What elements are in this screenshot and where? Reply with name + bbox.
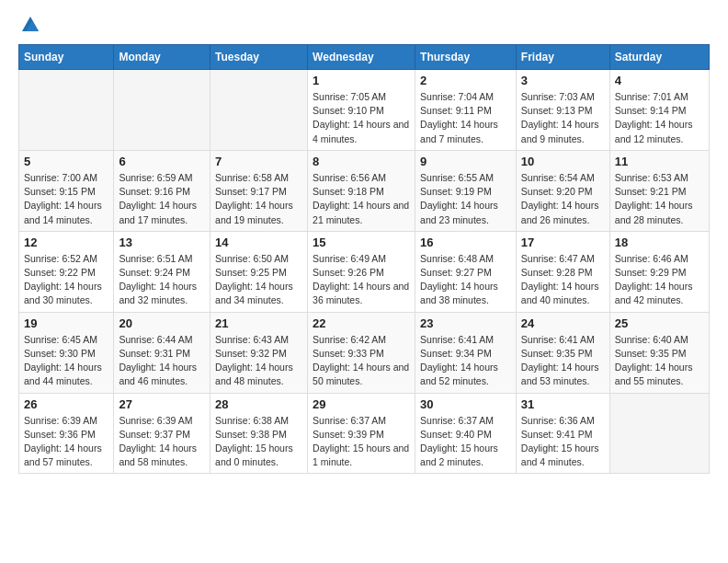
calendar-cell: 22Sunrise: 6:42 AMSunset: 9:33 PMDayligh… — [308, 312, 415, 393]
day-number: 5 — [24, 155, 108, 168]
day-info: Sunrise: 6:51 AMSunset: 9:24 PMDaylight:… — [119, 252, 205, 308]
calendar-cell: 29Sunrise: 6:37 AMSunset: 9:39 PMDayligh… — [308, 393, 415, 474]
day-number: 26 — [24, 397, 108, 411]
day-info: Sunrise: 6:41 AMSunset: 9:35 PMDaylight:… — [521, 333, 605, 389]
day-info: Sunrise: 6:48 AMSunset: 9:27 PMDaylight:… — [420, 252, 511, 308]
day-number: 17 — [521, 236, 605, 249]
day-number: 9 — [420, 155, 511, 168]
day-info: Sunrise: 6:42 AMSunset: 9:33 PMDaylight:… — [313, 333, 410, 389]
calendar-cell: 10Sunrise: 6:54 AMSunset: 9:20 PMDayligh… — [516, 150, 609, 231]
calendar-cell: 19Sunrise: 6:45 AMSunset: 9:30 PMDayligh… — [19, 312, 114, 393]
day-number: 30 — [420, 397, 511, 411]
day-number: 13 — [119, 236, 205, 249]
day-info: Sunrise: 6:52 AMSunset: 9:22 PMDaylight:… — [24, 252, 108, 308]
day-number: 4 — [615, 74, 704, 87]
calendar-cell: 1Sunrise: 7:05 AMSunset: 9:10 PMDaylight… — [308, 70, 415, 151]
day-number: 8 — [313, 155, 410, 168]
calendar-cell: 24Sunrise: 6:41 AMSunset: 9:35 PMDayligh… — [516, 312, 609, 393]
day-number: 19 — [24, 316, 108, 330]
col-header-friday: Friday — [516, 45, 609, 70]
calendar-table: SundayMondayTuesdayWednesdayThursdayFrid… — [18, 44, 710, 474]
calendar-cell — [114, 70, 210, 151]
day-info: Sunrise: 6:49 AMSunset: 9:26 PMDaylight:… — [313, 252, 410, 308]
day-info: Sunrise: 6:37 AMSunset: 9:40 PMDaylight:… — [420, 414, 511, 470]
day-info: Sunrise: 7:03 AMSunset: 9:13 PMDaylight:… — [521, 90, 605, 146]
day-info: Sunrise: 6:50 AMSunset: 9:25 PMDaylight:… — [215, 252, 302, 308]
day-info: Sunrise: 7:04 AMSunset: 9:11 PMDaylight:… — [420, 90, 511, 146]
calendar-cell: 3Sunrise: 7:03 AMSunset: 9:13 PMDaylight… — [516, 70, 609, 151]
day-info: Sunrise: 6:59 AMSunset: 9:16 PMDaylight:… — [119, 171, 205, 227]
day-number: 21 — [215, 316, 302, 330]
col-header-sunday: Sunday — [19, 45, 114, 70]
calendar-cell: 8Sunrise: 6:56 AMSunset: 9:18 PMDaylight… — [308, 150, 415, 231]
day-number: 24 — [521, 316, 605, 330]
day-info: Sunrise: 6:46 AMSunset: 9:29 PMDaylight:… — [615, 252, 704, 308]
day-number: 10 — [521, 155, 605, 168]
calendar-cell: 2Sunrise: 7:04 AMSunset: 9:11 PMDaylight… — [415, 70, 517, 151]
day-info: Sunrise: 6:37 AMSunset: 9:39 PMDaylight:… — [313, 414, 410, 470]
col-header-monday: Monday — [114, 45, 210, 70]
day-number: 27 — [119, 397, 205, 411]
calendar-cell: 26Sunrise: 6:39 AMSunset: 9:36 PMDayligh… — [19, 393, 114, 474]
calendar-cell: 5Sunrise: 7:00 AMSunset: 9:15 PMDaylight… — [19, 150, 114, 231]
day-info: Sunrise: 6:39 AMSunset: 9:37 PMDaylight:… — [119, 414, 205, 470]
day-info: Sunrise: 6:58 AMSunset: 9:17 PMDaylight:… — [215, 171, 302, 227]
logo — [18, 18, 40, 29]
calendar-cell: 11Sunrise: 6:53 AMSunset: 9:21 PMDayligh… — [609, 150, 709, 231]
day-info: Sunrise: 6:39 AMSunset: 9:36 PMDaylight:… — [24, 414, 108, 470]
day-number: 31 — [521, 397, 605, 411]
day-number: 1 — [313, 74, 410, 87]
calendar-cell: 16Sunrise: 6:48 AMSunset: 9:27 PMDayligh… — [415, 231, 517, 312]
day-number: 29 — [313, 397, 410, 411]
day-info: Sunrise: 6:56 AMSunset: 9:18 PMDaylight:… — [313, 171, 410, 227]
day-number: 15 — [313, 236, 410, 249]
day-info: Sunrise: 6:53 AMSunset: 9:21 PMDaylight:… — [615, 171, 704, 227]
calendar-cell: 28Sunrise: 6:38 AMSunset: 9:38 PMDayligh… — [210, 393, 308, 474]
day-number: 2 — [420, 74, 511, 87]
calendar-cell — [19, 70, 114, 151]
day-info: Sunrise: 7:05 AMSunset: 9:10 PMDaylight:… — [313, 90, 410, 146]
day-number: 22 — [313, 316, 410, 330]
col-header-saturday: Saturday — [609, 45, 709, 70]
calendar-cell: 18Sunrise: 6:46 AMSunset: 9:29 PMDayligh… — [609, 231, 709, 312]
day-info: Sunrise: 6:40 AMSunset: 9:35 PMDaylight:… — [615, 333, 704, 389]
calendar-cell: 23Sunrise: 6:41 AMSunset: 9:34 PMDayligh… — [415, 312, 517, 393]
calendar-cell: 30Sunrise: 6:37 AMSunset: 9:40 PMDayligh… — [415, 393, 517, 474]
calendar-cell: 27Sunrise: 6:39 AMSunset: 9:37 PMDayligh… — [114, 393, 210, 474]
col-header-thursday: Thursday — [415, 45, 517, 70]
day-number: 14 — [215, 236, 302, 249]
day-info: Sunrise: 7:01 AMSunset: 9:14 PMDaylight:… — [615, 90, 704, 146]
day-info: Sunrise: 6:36 AMSunset: 9:41 PMDaylight:… — [521, 414, 605, 470]
col-header-tuesday: Tuesday — [210, 45, 308, 70]
day-info: Sunrise: 6:55 AMSunset: 9:19 PMDaylight:… — [420, 171, 511, 227]
calendar-cell: 17Sunrise: 6:47 AMSunset: 9:28 PMDayligh… — [516, 231, 609, 312]
logo-icon — [20, 15, 40, 33]
col-header-wednesday: Wednesday — [308, 45, 415, 70]
calendar-cell: 6Sunrise: 6:59 AMSunset: 9:16 PMDaylight… — [114, 150, 210, 231]
day-info: Sunrise: 6:43 AMSunset: 9:32 PMDaylight:… — [215, 333, 302, 389]
day-number: 12 — [24, 236, 108, 249]
day-info: Sunrise: 7:00 AMSunset: 9:15 PMDaylight:… — [24, 171, 108, 227]
calendar-cell: 14Sunrise: 6:50 AMSunset: 9:25 PMDayligh… — [210, 231, 308, 312]
calendar-cell: 25Sunrise: 6:40 AMSunset: 9:35 PMDayligh… — [609, 312, 709, 393]
calendar-cell: 4Sunrise: 7:01 AMSunset: 9:14 PMDaylight… — [609, 70, 709, 151]
calendar-cell: 31Sunrise: 6:36 AMSunset: 9:41 PMDayligh… — [516, 393, 609, 474]
day-info: Sunrise: 6:54 AMSunset: 9:20 PMDaylight:… — [521, 171, 605, 227]
calendar-cell: 21Sunrise: 6:43 AMSunset: 9:32 PMDayligh… — [210, 312, 308, 393]
day-number: 23 — [420, 316, 511, 330]
day-number: 20 — [119, 316, 205, 330]
day-info: Sunrise: 6:41 AMSunset: 9:34 PMDaylight:… — [420, 333, 511, 389]
calendar-cell — [210, 70, 308, 151]
day-number: 18 — [615, 236, 704, 249]
calendar-cell: 12Sunrise: 6:52 AMSunset: 9:22 PMDayligh… — [19, 231, 114, 312]
page-header — [18, 18, 710, 29]
day-number: 11 — [615, 155, 704, 168]
day-info: Sunrise: 6:47 AMSunset: 9:28 PMDaylight:… — [521, 252, 605, 308]
calendar-cell: 13Sunrise: 6:51 AMSunset: 9:24 PMDayligh… — [114, 231, 210, 312]
calendar-cell — [609, 393, 709, 474]
day-number: 3 — [521, 74, 605, 87]
calendar-cell: 20Sunrise: 6:44 AMSunset: 9:31 PMDayligh… — [114, 312, 210, 393]
calendar-cell: 15Sunrise: 6:49 AMSunset: 9:26 PMDayligh… — [308, 231, 415, 312]
day-info: Sunrise: 6:45 AMSunset: 9:30 PMDaylight:… — [24, 333, 108, 389]
day-number: 7 — [215, 155, 302, 168]
